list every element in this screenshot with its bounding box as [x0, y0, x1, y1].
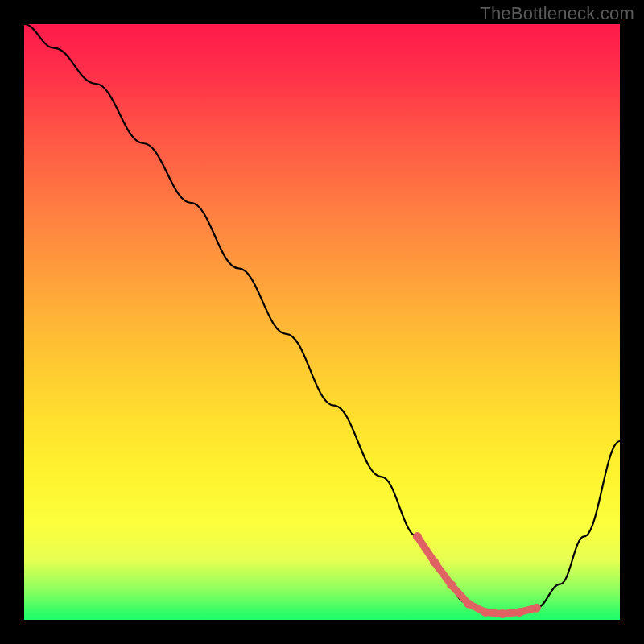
highlight-dot	[430, 558, 439, 567]
highlight-dot	[532, 604, 541, 613]
chart-svg	[24, 24, 620, 620]
watermark-text: TheBottleneck.com	[480, 3, 634, 24]
highlight-dot	[413, 532, 422, 541]
chart-frame	[24, 24, 620, 620]
highlight-dot	[481, 608, 489, 617]
bottleneck-curve	[24, 24, 620, 614]
chart-plot-area	[24, 24, 620, 620]
highlight-dot	[447, 580, 456, 589]
highlight-dot	[464, 599, 473, 608]
highlight-dot	[498, 609, 507, 618]
highlight-dot	[515, 608, 524, 617]
bottleneck-highlight-stroke	[417, 536, 536, 613]
